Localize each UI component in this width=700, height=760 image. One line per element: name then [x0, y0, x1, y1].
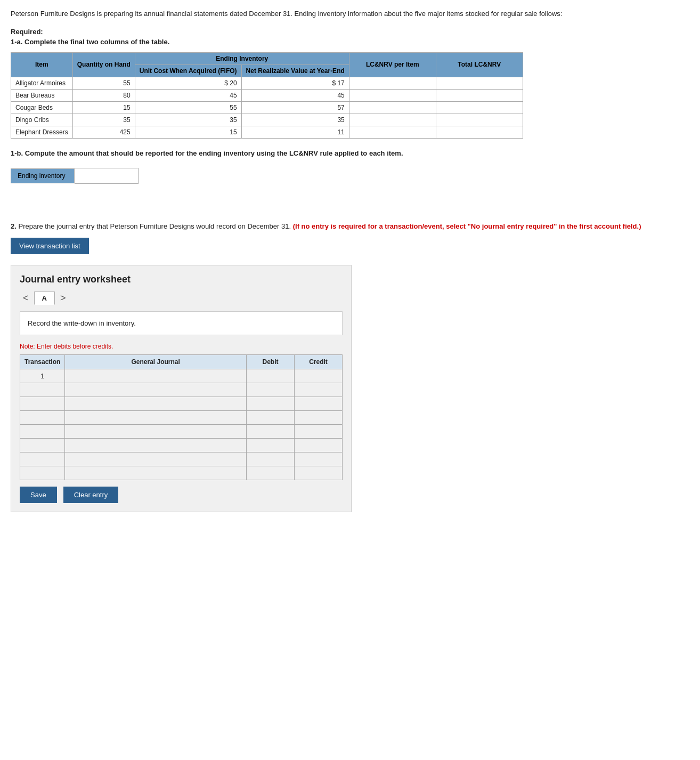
- credit-cell[interactable]: [295, 425, 343, 439]
- ending-inventory-row: Ending inventory: [11, 168, 689, 184]
- debit-cell[interactable]: [247, 369, 295, 383]
- total-lc-nrv-input[interactable]: [436, 126, 523, 138]
- general-journal-cell[interactable]: [65, 383, 247, 397]
- debit-input[interactable]: [247, 466, 294, 480]
- general-journal-input[interactable]: [65, 452, 246, 466]
- general-journal-input[interactable]: [65, 466, 246, 480]
- lc-nrv-per-item-cell[interactable]: [349, 89, 436, 101]
- debit-cell[interactable]: [247, 439, 295, 452]
- part2-label: 2.: [11, 222, 17, 230]
- journal-row: [20, 466, 343, 480]
- credit-input[interactable]: [295, 439, 342, 452]
- credit-input[interactable]: [295, 452, 342, 466]
- debit-input[interactable]: [247, 452, 294, 466]
- general-journal-input[interactable]: [65, 383, 246, 397]
- general-journal-input[interactable]: [65, 369, 246, 383]
- lc-nrv-per-item-input[interactable]: [349, 77, 436, 89]
- debit-cell[interactable]: [247, 383, 295, 397]
- net-realizable-cell: 11: [241, 126, 349, 138]
- credit-cell[interactable]: [295, 397, 343, 411]
- debit-input[interactable]: [247, 383, 294, 397]
- debit-input[interactable]: [247, 397, 294, 410]
- debit-input[interactable]: [247, 411, 294, 424]
- general-journal-cell[interactable]: [65, 425, 247, 439]
- credit-input[interactable]: [295, 466, 342, 480]
- journal-table: Transaction General Journal Debit Credit…: [20, 354, 343, 480]
- lc-nrv-per-item-cell[interactable]: [349, 126, 436, 138]
- credit-cell[interactable]: [295, 452, 343, 466]
- general-journal-input[interactable]: [65, 397, 246, 410]
- total-lc-nrv-header: Total LC&NRV: [436, 52, 523, 77]
- total-lc-nrv-cell[interactable]: [436, 89, 523, 101]
- general-journal-input[interactable]: [65, 411, 246, 424]
- general-journal-cell[interactable]: [65, 397, 247, 411]
- required-label-text: Required:: [11, 28, 43, 36]
- next-tab-button[interactable]: >: [57, 292, 69, 305]
- part2-text: 2. Prepare the journal entry that Peters…: [11, 221, 689, 232]
- lc-nrv-per-item-cell[interactable]: [349, 101, 436, 114]
- general-journal-input[interactable]: [65, 425, 246, 438]
- unit-cost-header: Unit Cost When Acquired (FIFO): [135, 64, 241, 77]
- credit-cell[interactable]: [295, 466, 343, 480]
- clear-entry-button[interactable]: Clear entry: [63, 487, 119, 503]
- general-journal-input[interactable]: [65, 439, 246, 452]
- credit-input[interactable]: [295, 411, 342, 424]
- lc-nrv-per-item-input[interactable]: [349, 90, 436, 101]
- journal-row: 1: [20, 369, 343, 383]
- debit-cell[interactable]: [247, 452, 295, 466]
- intro-text: Peterson Furniture Designs is preparing …: [11, 9, 689, 19]
- total-lc-nrv-cell[interactable]: [436, 77, 523, 89]
- debit-cell[interactable]: [247, 425, 295, 439]
- credit-input[interactable]: [295, 425, 342, 438]
- general-journal-cell[interactable]: [65, 466, 247, 480]
- total-lc-nrv-cell[interactable]: [436, 114, 523, 126]
- lc-nrv-per-item-input[interactable]: [349, 102, 436, 114]
- credit-cell[interactable]: [295, 411, 343, 425]
- save-button[interactable]: Save: [20, 487, 57, 503]
- credit-input[interactable]: [295, 383, 342, 397]
- part2-instruction: Prepare the journal entry that Peterson …: [18, 222, 291, 230]
- debit-cell[interactable]: [247, 466, 295, 480]
- total-lc-nrv-input[interactable]: [436, 90, 523, 101]
- general-journal-cell[interactable]: [65, 439, 247, 452]
- debit-col-header: Debit: [247, 355, 295, 369]
- general-journal-cell[interactable]: [65, 452, 247, 466]
- general-journal-cell[interactable]: [65, 369, 247, 383]
- debit-input[interactable]: [247, 369, 294, 383]
- ending-inventory-section: Ending inventory: [11, 168, 689, 184]
- lc-nrv-per-item-input[interactable]: [349, 126, 436, 138]
- item-header: Item: [11, 52, 73, 77]
- lc-nrv-per-item-cell[interactable]: [349, 77, 436, 89]
- tab-a[interactable]: A: [34, 292, 55, 305]
- credit-input[interactable]: [295, 397, 342, 410]
- credit-input[interactable]: [295, 369, 342, 383]
- general-journal-col-header: General Journal: [65, 355, 247, 369]
- credit-cell[interactable]: [295, 369, 343, 383]
- net-realizable-cell: 57: [241, 101, 349, 114]
- net-realizable-cell: 45: [241, 89, 349, 101]
- journal-title: Journal entry worksheet: [20, 274, 343, 285]
- part-b-num: 1-b.: [11, 149, 23, 157]
- debit-input[interactable]: [247, 425, 294, 438]
- item-cell: Cougar Beds: [11, 101, 73, 114]
- unit-cost-cell: 55: [135, 101, 241, 114]
- total-lc-nrv-cell[interactable]: [436, 126, 523, 138]
- debit-cell[interactable]: [247, 397, 295, 411]
- general-journal-cell[interactable]: [65, 411, 247, 425]
- total-lc-nrv-cell[interactable]: [436, 101, 523, 114]
- credit-cell[interactable]: [295, 439, 343, 452]
- total-lc-nrv-input[interactable]: [436, 102, 523, 114]
- total-lc-nrv-input[interactable]: [436, 77, 523, 89]
- credit-cell[interactable]: [295, 383, 343, 397]
- journal-note: Note: Enter debits before credits.: [20, 343, 343, 350]
- debit-input[interactable]: [247, 439, 294, 452]
- debit-cell[interactable]: [247, 411, 295, 425]
- view-transaction-button[interactable]: View transaction list: [11, 238, 89, 254]
- prev-tab-button[interactable]: <: [20, 292, 32, 305]
- part2-section: 2. Prepare the journal entry that Peters…: [11, 221, 689, 255]
- quantity-cell: 80: [72, 89, 135, 101]
- ending-inventory-input[interactable]: [75, 168, 139, 184]
- total-lc-nrv-input[interactable]: [436, 114, 523, 126]
- lc-nrv-per-item-input[interactable]: [349, 114, 436, 126]
- lc-nrv-per-item-cell[interactable]: [349, 114, 436, 126]
